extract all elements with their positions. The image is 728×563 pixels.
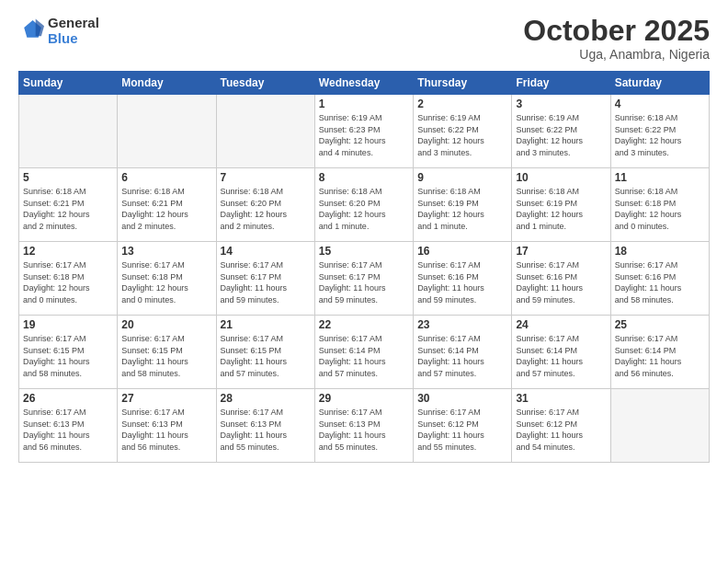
day-number: 14 [221, 245, 311, 258]
calendar-week-row: 1Sunrise: 6:19 AM Sunset: 6:23 PM Daylig… [19, 95, 710, 168]
day-detail: Sunrise: 6:17 AM Sunset: 6:12 PM Dayligh… [417, 407, 507, 453]
calendar-day-cell: 11Sunrise: 6:18 AM Sunset: 6:18 PM Dayli… [610, 168, 709, 242]
day-detail: Sunrise: 6:17 AM Sunset: 6:16 PM Dayligh… [615, 259, 705, 305]
calendar-day-cell [610, 389, 709, 463]
day-detail: Sunrise: 6:17 AM Sunset: 6:17 PM Dayligh… [319, 259, 409, 305]
day-number: 5 [23, 171, 113, 184]
calendar-day-cell: 10Sunrise: 6:18 AM Sunset: 6:19 PM Dayli… [512, 168, 610, 242]
logo-text: General Blue [48, 15, 99, 47]
day-detail: Sunrise: 6:17 AM Sunset: 6:15 PM Dayligh… [121, 333, 211, 379]
day-detail: Sunrise: 6:18 AM Sunset: 6:20 PM Dayligh… [319, 186, 409, 232]
calendar-day-cell: 17Sunrise: 6:17 AM Sunset: 6:16 PM Dayli… [512, 242, 610, 316]
day-number: 22 [319, 318, 409, 331]
calendar-day-cell: 16Sunrise: 6:17 AM Sunset: 6:16 PM Dayli… [414, 242, 512, 316]
day-detail: Sunrise: 6:17 AM Sunset: 6:14 PM Dayligh… [615, 333, 705, 379]
calendar-day-cell: 2Sunrise: 6:19 AM Sunset: 6:22 PM Daylig… [414, 95, 512, 168]
calendar-week-row: 5Sunrise: 6:18 AM Sunset: 6:21 PM Daylig… [19, 168, 710, 242]
day-number: 25 [615, 318, 705, 331]
day-detail: Sunrise: 6:17 AM Sunset: 6:13 PM Dayligh… [121, 407, 211, 453]
weekday-header-cell: Tuesday [216, 72, 314, 95]
day-number: 18 [615, 245, 705, 258]
weekday-header-cell: Friday [512, 72, 610, 95]
calendar-day-cell: 29Sunrise: 6:17 AM Sunset: 6:13 PM Dayli… [314, 389, 413, 463]
calendar-day-cell: 6Sunrise: 6:18 AM Sunset: 6:21 PM Daylig… [118, 168, 216, 242]
weekday-header-row: SundayMondayTuesdayWednesdayThursdayFrid… [19, 72, 710, 95]
day-number: 6 [121, 171, 211, 184]
day-detail: Sunrise: 6:19 AM Sunset: 6:22 PM Dayligh… [516, 112, 606, 158]
svg-marker-1 [36, 19, 44, 37]
calendar-day-cell: 28Sunrise: 6:17 AM Sunset: 6:13 PM Dayli… [216, 389, 314, 463]
day-number: 2 [417, 98, 507, 110]
day-number: 13 [121, 245, 211, 258]
day-detail: Sunrise: 6:17 AM Sunset: 6:13 PM Dayligh… [319, 407, 409, 453]
day-detail: Sunrise: 6:17 AM Sunset: 6:18 PM Dayligh… [121, 259, 211, 305]
calendar-day-cell: 8Sunrise: 6:18 AM Sunset: 6:20 PM Daylig… [314, 168, 413, 242]
weekday-header-cell: Sunday [19, 72, 118, 95]
day-detail: Sunrise: 6:17 AM Sunset: 6:16 PM Dayligh… [417, 259, 507, 305]
calendar-day-cell: 9Sunrise: 6:18 AM Sunset: 6:19 PM Daylig… [414, 168, 512, 242]
calendar-day-cell: 31Sunrise: 6:17 AM Sunset: 6:12 PM Dayli… [512, 389, 610, 463]
calendar-day-cell: 21Sunrise: 6:17 AM Sunset: 6:15 PM Dayli… [216, 316, 314, 389]
weekday-header-cell: Wednesday [314, 72, 413, 95]
logo-icon [18, 17, 44, 43]
day-number: 26 [23, 392, 113, 405]
calendar-day-cell: 22Sunrise: 6:17 AM Sunset: 6:14 PM Dayli… [314, 316, 413, 389]
calendar-day-cell: 14Sunrise: 6:17 AM Sunset: 6:17 PM Dayli… [216, 242, 314, 316]
page: General Blue October 2025 Uga, Anambra, … [0, 0, 728, 563]
day-detail: Sunrise: 6:18 AM Sunset: 6:20 PM Dayligh… [221, 186, 311, 232]
weekday-header-cell: Thursday [414, 72, 512, 95]
calendar-day-cell: 30Sunrise: 6:17 AM Sunset: 6:12 PM Dayli… [414, 389, 512, 463]
day-number: 28 [221, 392, 311, 405]
day-detail: Sunrise: 6:17 AM Sunset: 6:15 PM Dayligh… [23, 333, 113, 379]
day-detail: Sunrise: 6:17 AM Sunset: 6:17 PM Dayligh… [221, 259, 311, 305]
day-detail: Sunrise: 6:17 AM Sunset: 6:18 PM Dayligh… [23, 259, 113, 305]
calendar-day-cell: 25Sunrise: 6:17 AM Sunset: 6:14 PM Dayli… [610, 316, 709, 389]
day-detail: Sunrise: 6:18 AM Sunset: 6:21 PM Dayligh… [121, 186, 211, 232]
day-number: 4 [615, 98, 705, 110]
calendar-day-cell: 13Sunrise: 6:17 AM Sunset: 6:18 PM Dayli… [118, 242, 216, 316]
day-detail: Sunrise: 6:17 AM Sunset: 6:14 PM Dayligh… [516, 333, 606, 379]
day-number: 31 [516, 392, 606, 405]
calendar-day-cell: 15Sunrise: 6:17 AM Sunset: 6:17 PM Dayli… [314, 242, 413, 316]
month-title: October 2025 [523, 15, 710, 47]
calendar-day-cell [118, 95, 216, 168]
calendar-day-cell: 27Sunrise: 6:17 AM Sunset: 6:13 PM Dayli… [118, 389, 216, 463]
weekday-header-cell: Saturday [610, 72, 709, 95]
location-subtitle: Uga, Anambra, Nigeria [523, 47, 710, 62]
calendar-week-row: 26Sunrise: 6:17 AM Sunset: 6:13 PM Dayli… [19, 389, 710, 463]
calendar-body: 1Sunrise: 6:19 AM Sunset: 6:23 PM Daylig… [19, 95, 710, 463]
day-detail: Sunrise: 6:18 AM Sunset: 6:19 PM Dayligh… [417, 186, 507, 232]
calendar-day-cell: 5Sunrise: 6:18 AM Sunset: 6:21 PM Daylig… [19, 168, 118, 242]
calendar-week-row: 12Sunrise: 6:17 AM Sunset: 6:18 PM Dayli… [19, 242, 710, 316]
day-number: 11 [615, 171, 705, 184]
header: General Blue October 2025 Uga, Anambra, … [18, 15, 710, 62]
calendar-day-cell: 19Sunrise: 6:17 AM Sunset: 6:15 PM Dayli… [19, 316, 118, 389]
day-number: 9 [417, 171, 507, 184]
day-detail: Sunrise: 6:17 AM Sunset: 6:14 PM Dayligh… [319, 333, 409, 379]
calendar-day-cell: 12Sunrise: 6:17 AM Sunset: 6:18 PM Dayli… [19, 242, 118, 316]
day-number: 21 [221, 318, 311, 331]
day-number: 30 [417, 392, 507, 405]
day-number: 24 [516, 318, 606, 331]
day-detail: Sunrise: 6:17 AM Sunset: 6:13 PM Dayligh… [23, 407, 113, 453]
day-detail: Sunrise: 6:17 AM Sunset: 6:15 PM Dayligh… [221, 333, 311, 379]
day-detail: Sunrise: 6:17 AM Sunset: 6:16 PM Dayligh… [516, 259, 606, 305]
day-detail: Sunrise: 6:17 AM Sunset: 6:13 PM Dayligh… [221, 407, 311, 453]
weekday-header-cell: Monday [118, 72, 216, 95]
day-number: 20 [121, 318, 211, 331]
day-number: 3 [516, 98, 606, 110]
day-detail: Sunrise: 6:17 AM Sunset: 6:14 PM Dayligh… [417, 333, 507, 379]
calendar-day-cell: 3Sunrise: 6:19 AM Sunset: 6:22 PM Daylig… [512, 95, 610, 168]
calendar-day-cell: 18Sunrise: 6:17 AM Sunset: 6:16 PM Dayli… [610, 242, 709, 316]
day-number: 23 [417, 318, 507, 331]
day-number: 17 [516, 245, 606, 258]
day-detail: Sunrise: 6:18 AM Sunset: 6:19 PM Dayligh… [516, 186, 606, 232]
day-number: 8 [319, 171, 409, 184]
day-detail: Sunrise: 6:18 AM Sunset: 6:21 PM Dayligh… [23, 186, 113, 232]
day-number: 19 [23, 318, 113, 331]
day-detail: Sunrise: 6:18 AM Sunset: 6:18 PM Dayligh… [615, 186, 705, 232]
day-detail: Sunrise: 6:17 AM Sunset: 6:12 PM Dayligh… [516, 407, 606, 453]
day-number: 12 [23, 245, 113, 258]
day-number: 15 [319, 245, 409, 258]
calendar-day-cell: 7Sunrise: 6:18 AM Sunset: 6:20 PM Daylig… [216, 168, 314, 242]
